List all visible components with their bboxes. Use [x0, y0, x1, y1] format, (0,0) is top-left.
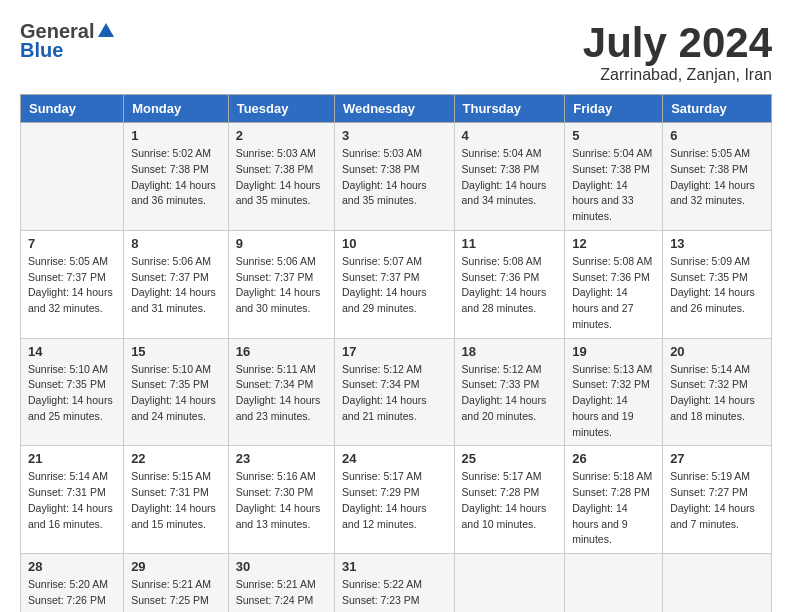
calendar-table: SundayMondayTuesdayWednesdayThursdayFrid…: [20, 94, 772, 612]
calendar-cell: 13 Sunrise: 5:09 AM Sunset: 7:35 PM Dayl…: [663, 230, 772, 338]
day-info: Sunrise: 5:14 AM Sunset: 7:32 PM Dayligh…: [670, 362, 764, 425]
weekday-header: Wednesday: [334, 95, 454, 123]
day-info: Sunrise: 5:08 AM Sunset: 7:36 PM Dayligh…: [462, 254, 558, 317]
calendar-cell: 25 Sunrise: 5:17 AM Sunset: 7:28 PM Dayl…: [454, 446, 565, 554]
day-number: 9: [236, 236, 327, 251]
day-number: 28: [28, 559, 116, 574]
day-number: 22: [131, 451, 221, 466]
day-info: Sunrise: 5:11 AM Sunset: 7:34 PM Dayligh…: [236, 362, 327, 425]
calendar-cell: 27 Sunrise: 5:19 AM Sunset: 7:27 PM Dayl…: [663, 446, 772, 554]
calendar-cell: 30 Sunrise: 5:21 AM Sunset: 7:24 PM Dayl…: [228, 554, 334, 612]
title-block: July 2024 Zarrinabad, Zanjan, Iran: [583, 20, 772, 84]
day-info: Sunrise: 5:08 AM Sunset: 7:36 PM Dayligh…: [572, 254, 655, 333]
day-info: Sunrise: 5:21 AM Sunset: 7:25 PM Dayligh…: [131, 577, 221, 612]
calendar-cell: 4 Sunrise: 5:04 AM Sunset: 7:38 PM Dayli…: [454, 123, 565, 231]
calendar-cell: 12 Sunrise: 5:08 AM Sunset: 7:36 PM Dayl…: [565, 230, 663, 338]
page-header: General Blue July 2024 Zarrinabad, Zanja…: [20, 20, 772, 84]
day-info: Sunrise: 5:16 AM Sunset: 7:30 PM Dayligh…: [236, 469, 327, 532]
day-info: Sunrise: 5:12 AM Sunset: 7:33 PM Dayligh…: [462, 362, 558, 425]
logo: General Blue: [20, 20, 116, 62]
day-info: Sunrise: 5:20 AM Sunset: 7:26 PM Dayligh…: [28, 577, 116, 612]
weekday-header: Sunday: [21, 95, 124, 123]
day-number: 17: [342, 344, 447, 359]
calendar-cell: [21, 123, 124, 231]
calendar-cell: 7 Sunrise: 5:05 AM Sunset: 7:37 PM Dayli…: [21, 230, 124, 338]
day-info: Sunrise: 5:22 AM Sunset: 7:23 PM Dayligh…: [342, 577, 447, 612]
calendar-cell: 10 Sunrise: 5:07 AM Sunset: 7:37 PM Dayl…: [334, 230, 454, 338]
month-title: July 2024: [583, 20, 772, 66]
calendar-cell: 5 Sunrise: 5:04 AM Sunset: 7:38 PM Dayli…: [565, 123, 663, 231]
calendar-cell: [565, 554, 663, 612]
day-number: 2: [236, 128, 327, 143]
day-number: 29: [131, 559, 221, 574]
day-info: Sunrise: 5:06 AM Sunset: 7:37 PM Dayligh…: [236, 254, 327, 317]
calendar-week-row: 28 Sunrise: 5:20 AM Sunset: 7:26 PM Dayl…: [21, 554, 772, 612]
calendar-cell: 24 Sunrise: 5:17 AM Sunset: 7:29 PM Dayl…: [334, 446, 454, 554]
day-info: Sunrise: 5:10 AM Sunset: 7:35 PM Dayligh…: [131, 362, 221, 425]
calendar-cell: 31 Sunrise: 5:22 AM Sunset: 7:23 PM Dayl…: [334, 554, 454, 612]
day-number: 18: [462, 344, 558, 359]
header-row: SundayMondayTuesdayWednesdayThursdayFrid…: [21, 95, 772, 123]
day-number: 21: [28, 451, 116, 466]
calendar-week-row: 7 Sunrise: 5:05 AM Sunset: 7:37 PM Dayli…: [21, 230, 772, 338]
day-info: Sunrise: 5:17 AM Sunset: 7:28 PM Dayligh…: [462, 469, 558, 532]
weekday-header: Saturday: [663, 95, 772, 123]
calendar-cell: 17 Sunrise: 5:12 AM Sunset: 7:34 PM Dayl…: [334, 338, 454, 446]
weekday-header: Monday: [124, 95, 229, 123]
calendar-cell: 29 Sunrise: 5:21 AM Sunset: 7:25 PM Dayl…: [124, 554, 229, 612]
day-info: Sunrise: 5:04 AM Sunset: 7:38 PM Dayligh…: [462, 146, 558, 209]
day-number: 31: [342, 559, 447, 574]
day-info: Sunrise: 5:02 AM Sunset: 7:38 PM Dayligh…: [131, 146, 221, 209]
logo-arrow-icon: [96, 21, 116, 41]
calendar-cell: 19 Sunrise: 5:13 AM Sunset: 7:32 PM Dayl…: [565, 338, 663, 446]
day-info: Sunrise: 5:05 AM Sunset: 7:37 PM Dayligh…: [28, 254, 116, 317]
day-number: 15: [131, 344, 221, 359]
calendar-cell: [454, 554, 565, 612]
weekday-header: Thursday: [454, 95, 565, 123]
calendar-cell: [663, 554, 772, 612]
day-info: Sunrise: 5:14 AM Sunset: 7:31 PM Dayligh…: [28, 469, 116, 532]
day-number: 19: [572, 344, 655, 359]
day-info: Sunrise: 5:13 AM Sunset: 7:32 PM Dayligh…: [572, 362, 655, 441]
calendar-week-row: 14 Sunrise: 5:10 AM Sunset: 7:35 PM Dayl…: [21, 338, 772, 446]
calendar-cell: 26 Sunrise: 5:18 AM Sunset: 7:28 PM Dayl…: [565, 446, 663, 554]
day-info: Sunrise: 5:12 AM Sunset: 7:34 PM Dayligh…: [342, 362, 447, 425]
day-number: 30: [236, 559, 327, 574]
calendar-cell: 23 Sunrise: 5:16 AM Sunset: 7:30 PM Dayl…: [228, 446, 334, 554]
calendar-cell: 6 Sunrise: 5:05 AM Sunset: 7:38 PM Dayli…: [663, 123, 772, 231]
day-info: Sunrise: 5:17 AM Sunset: 7:29 PM Dayligh…: [342, 469, 447, 532]
calendar-body: 1 Sunrise: 5:02 AM Sunset: 7:38 PM Dayli…: [21, 123, 772, 612]
calendar-cell: 16 Sunrise: 5:11 AM Sunset: 7:34 PM Dayl…: [228, 338, 334, 446]
day-number: 11: [462, 236, 558, 251]
calendar-week-row: 1 Sunrise: 5:02 AM Sunset: 7:38 PM Dayli…: [21, 123, 772, 231]
day-number: 26: [572, 451, 655, 466]
day-number: 25: [462, 451, 558, 466]
day-number: 4: [462, 128, 558, 143]
day-number: 10: [342, 236, 447, 251]
calendar-cell: 1 Sunrise: 5:02 AM Sunset: 7:38 PM Dayli…: [124, 123, 229, 231]
day-number: 27: [670, 451, 764, 466]
day-info: Sunrise: 5:07 AM Sunset: 7:37 PM Dayligh…: [342, 254, 447, 317]
day-info: Sunrise: 5:03 AM Sunset: 7:38 PM Dayligh…: [236, 146, 327, 209]
day-number: 20: [670, 344, 764, 359]
calendar-cell: 21 Sunrise: 5:14 AM Sunset: 7:31 PM Dayl…: [21, 446, 124, 554]
day-number: 5: [572, 128, 655, 143]
day-number: 23: [236, 451, 327, 466]
calendar-cell: 8 Sunrise: 5:06 AM Sunset: 7:37 PM Dayli…: [124, 230, 229, 338]
day-number: 12: [572, 236, 655, 251]
calendar-cell: 11 Sunrise: 5:08 AM Sunset: 7:36 PM Dayl…: [454, 230, 565, 338]
day-number: 1: [131, 128, 221, 143]
day-number: 24: [342, 451, 447, 466]
location-text: Zarrinabad, Zanjan, Iran: [583, 66, 772, 84]
day-number: 16: [236, 344, 327, 359]
day-info: Sunrise: 5:18 AM Sunset: 7:28 PM Dayligh…: [572, 469, 655, 548]
calendar-cell: 15 Sunrise: 5:10 AM Sunset: 7:35 PM Dayl…: [124, 338, 229, 446]
day-info: Sunrise: 5:04 AM Sunset: 7:38 PM Dayligh…: [572, 146, 655, 225]
calendar-cell: 14 Sunrise: 5:10 AM Sunset: 7:35 PM Dayl…: [21, 338, 124, 446]
day-number: 6: [670, 128, 764, 143]
day-number: 13: [670, 236, 764, 251]
day-info: Sunrise: 5:05 AM Sunset: 7:38 PM Dayligh…: [670, 146, 764, 209]
calendar-header: SundayMondayTuesdayWednesdayThursdayFrid…: [21, 95, 772, 123]
day-info: Sunrise: 5:06 AM Sunset: 7:37 PM Dayligh…: [131, 254, 221, 317]
calendar-week-row: 21 Sunrise: 5:14 AM Sunset: 7:31 PM Dayl…: [21, 446, 772, 554]
